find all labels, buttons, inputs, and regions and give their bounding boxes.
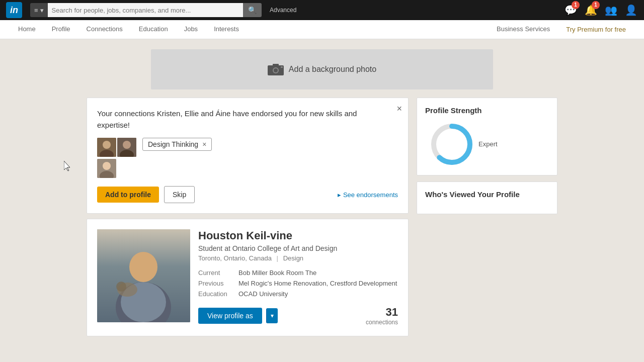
svg-point-9: [123, 141, 131, 149]
skill-tag-remove-button[interactable]: ×: [202, 141, 206, 148]
expert-label: Expert: [478, 140, 498, 148]
view-profile-dropdown[interactable]: ▾: [266, 308, 278, 323]
profile-title: Student at Ontario College of Art and De…: [198, 244, 398, 252]
nav-home[interactable]: Home: [10, 20, 44, 39]
filter-icon: ≡: [34, 7, 38, 14]
search-button[interactable]: 🔍: [243, 3, 262, 17]
who-viewed-title: Who's Viewed Your Profile: [425, 190, 549, 199]
profile-name: Houston Keil-vine: [198, 229, 398, 242]
svg-point-6: [103, 141, 111, 149]
search-icon: 🔍: [248, 6, 257, 14]
view-profile-button[interactable]: View profile as: [198, 308, 262, 324]
avatar-kristen: [97, 138, 116, 157]
avatars-group: [97, 138, 136, 178]
messages-badge: 1: [572, 1, 580, 9]
avatar-row-top: [97, 138, 136, 157]
search-filter-button[interactable]: ≡ ▾: [30, 3, 48, 17]
camera-icon: [268, 63, 284, 76]
industry-text: Design: [283, 254, 303, 262]
arrow-icon: ▸: [338, 191, 341, 199]
nav-interests[interactable]: Interests: [206, 20, 247, 39]
svg-point-12: [103, 162, 111, 170]
profile-card-actions: View profile as ▾ 31 connections: [198, 306, 398, 326]
nav-connections[interactable]: Connections: [78, 20, 131, 39]
account-icon: 👤: [625, 4, 637, 16]
advanced-search-link[interactable]: Advanced: [270, 7, 296, 14]
education-label: Education: [198, 290, 234, 298]
previous-value: Mel Rogic's Home Renovation, Crestford D…: [238, 280, 397, 287]
background-photo-content: Add a background photo: [268, 63, 376, 76]
endorsement-card: × Your connections Kristen, Ellie and Ái…: [87, 98, 409, 214]
connections-label: connections: [366, 319, 398, 326]
svg-rect-4: [281, 66, 283, 68]
skill-tag-label: Design Thinking: [148, 140, 198, 148]
separator: |: [277, 254, 278, 262]
profile-location: Toronto, Ontario, Canada | Design: [198, 254, 398, 262]
chevron-down-icon: ▾: [40, 7, 44, 14]
svg-point-16: [129, 252, 157, 282]
close-button[interactable]: ×: [396, 104, 402, 113]
add-to-profile-button[interactable]: Add to profile: [97, 187, 159, 203]
content-row: × Your connections Kristen, Ellie and Ái…: [80, 98, 564, 336]
svg-point-20: [116, 282, 126, 292]
profile-photo: [97, 229, 190, 322]
right-panel: Profile Strength Expert: [417, 98, 557, 336]
search-container: ≡ ▾ 🔍: [30, 3, 262, 17]
current-value: Bob Miller Book Room The: [238, 269, 316, 277]
account-button[interactable]: 👤: [624, 3, 638, 17]
nav-business-services[interactable]: Business Services: [489, 20, 558, 39]
detail-row-previous: Previous Mel Rogic's Home Renovation, Cr…: [198, 280, 398, 287]
main-area: Add a background photo × Your connection…: [0, 39, 644, 346]
avatar-row-bottom: [97, 159, 136, 178]
avatar-ellie: [117, 138, 136, 157]
notifications-button[interactable]: 🔔 1: [584, 3, 598, 17]
profile-strength-title: Profile Strength: [425, 106, 549, 115]
circle-progress: [429, 122, 474, 167]
skill-tag-design-thinking: Design Thinking ×: [142, 138, 212, 151]
skill-tag-area: Design Thinking ×: [142, 138, 398, 151]
profile-photo-image: [97, 229, 190, 322]
education-value: OCAD University: [238, 290, 288, 298]
connections-button[interactable]: 👥: [604, 3, 618, 17]
see-endorsements-link[interactable]: ▸ See endorsements: [338, 191, 398, 199]
skip-button[interactable]: Skip: [164, 186, 195, 203]
profile-strength-card: Profile Strength Expert: [417, 98, 557, 175]
left-panel: × Your connections Kristen, Ellie and Ái…: [87, 98, 409, 336]
detail-row-current: Current Bob Miller Book Room The: [198, 269, 398, 277]
svg-point-2: [274, 68, 278, 72]
who-viewed-card: Who's Viewed Your Profile: [417, 182, 557, 214]
top-navigation: in ≡ ▾ 🔍 Advanced 💬 1 🔔 1 👥 👤: [0, 0, 644, 20]
notifications-badge: 1: [592, 1, 600, 9]
current-label: Current: [198, 269, 234, 277]
nav-try-premium[interactable]: Try Premium for free: [558, 20, 634, 39]
linkedin-logo[interactable]: in: [6, 2, 22, 18]
nav-profile[interactable]: Profile: [44, 20, 78, 39]
detail-row-education: Education OCAD University: [198, 290, 398, 298]
endorsement-actions: Add to profile Skip ▸ See endorsements: [97, 186, 398, 203]
messages-button[interactable]: 💬 1: [564, 3, 578, 17]
nav-jobs[interactable]: Jobs: [176, 20, 206, 39]
connections-count: 31 connections: [366, 306, 398, 326]
nav-education[interactable]: Education: [131, 20, 176, 39]
svg-rect-3: [273, 64, 279, 66]
profile-card: Houston Keil-vine Student at Ontario Col…: [87, 219, 409, 336]
avatar-aine: [97, 159, 116, 178]
nav-icons: 💬 1 🔔 1 👥 👤: [564, 3, 638, 17]
profile-details: Current Bob Miller Book Room The Previou…: [198, 269, 398, 298]
endorsement-body: Design Thinking ×: [97, 138, 398, 178]
people-icon: 👥: [605, 4, 617, 16]
secondary-navigation: Home Profile Connections Education Jobs …: [0, 20, 644, 39]
profile-info: Houston Keil-vine Student at Ontario Col…: [198, 229, 398, 326]
previous-label: Previous: [198, 280, 234, 287]
search-input[interactable]: [48, 3, 243, 17]
endorsement-message: Your connections Kristen, Ellie and Áine…: [97, 108, 398, 131]
background-photo-label: Add a background photo: [289, 65, 376, 74]
location-text: Toronto, Ontario, Canada: [198, 254, 272, 262]
circle-progress-wrap: Expert: [425, 122, 549, 167]
nav-right: Business Services Try Premium for free: [489, 20, 634, 39]
see-endorsements-label: See endorsements: [343, 191, 398, 199]
connections-number: 31: [366, 306, 398, 319]
background-photo-area[interactable]: Add a background photo: [151, 49, 493, 89]
